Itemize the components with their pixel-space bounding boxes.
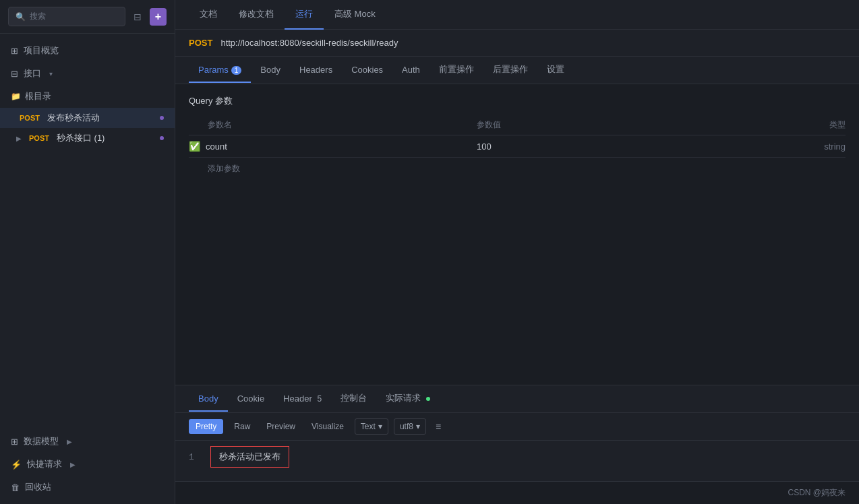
encoding-label: utf8	[400, 422, 413, 431]
chevron-right-icon: ▶	[70, 461, 76, 468]
response-text: 秒杀活动已发布	[210, 446, 289, 468]
method-badge-post: POST	[16, 113, 43, 123]
param-value[interactable]: 100	[477, 141, 765, 152]
footer-label: CSDN @妈夜来	[788, 487, 846, 499]
bottom-panel: Body Cookie Header 5 控制台 实际请求 Pretty Raw…	[175, 385, 859, 481]
col-name: 参数名	[189, 119, 477, 131]
params-badge: 1	[231, 66, 242, 75]
query-params-title: Query 参数	[189, 95, 846, 107]
method-badge-post: POST	[26, 133, 53, 143]
sidebar-bottom-nav: ⊞ 数据模型 ▶ ⚡ 快捷请求 ▶ 🗑 回收站	[0, 424, 175, 504]
param-type: string	[765, 141, 846, 152]
resp-tab-actual-request[interactable]: 实际请求	[376, 385, 440, 412]
resp-tab-console[interactable]: 控制台	[331, 385, 376, 412]
footer: CSDN @妈夜来	[175, 481, 859, 504]
response-line: 1 秒杀活动已发布	[189, 446, 846, 468]
data-model-icon: ⊞	[11, 437, 18, 447]
root-label: 根目录	[25, 90, 51, 102]
response-content: 1 秒杀活动已发布	[175, 441, 859, 481]
param-name-cell: ✅ count	[189, 141, 477, 152]
search-box[interactable]: 🔍 搜索	[8, 7, 125, 26]
sidebar-navigation: ⊞ 项目概览 ⊟ 接口 ▾ 📁 根目录 POST 发布秒杀活动 ▶ POST 秒…	[0, 34, 175, 154]
req-tab-post-op[interactable]: 后置操作	[483, 57, 537, 84]
col-type: 类型	[765, 119, 846, 131]
params-table: 参数名 参数值 类型 ✅ count 100 string 添加参数	[189, 115, 846, 180]
req-tab-pre-op[interactable]: 前置操作	[430, 57, 483, 84]
resp-tab-header[interactable]: Header 5	[274, 387, 331, 412]
sidebar-item-label: 项目概览	[24, 44, 59, 57]
format-label: Text	[361, 422, 376, 431]
url-bar: POST http://localhost:8080/seckill-redis…	[175, 30, 859, 57]
param-name[interactable]: count	[206, 141, 227, 152]
line-number: 1	[189, 452, 202, 462]
interface-icon: ⊟	[11, 69, 18, 79]
tab-docs[interactable]: 文档	[189, 0, 228, 30]
request-method: POST	[189, 38, 212, 48]
chevron-right-icon: ▶	[67, 438, 72, 445]
preview-button[interactable]: Preview	[261, 419, 301, 434]
wrap-button[interactable]: ≡	[432, 420, 445, 433]
active-dot	[160, 136, 164, 140]
request-url: http://localhost:8080/seckill-redis/seck…	[220, 38, 398, 48]
req-tab-auth[interactable]: Auth	[392, 58, 430, 83]
params-area: Query 参数 参数名 参数值 类型 ✅ count 100 string	[175, 84, 859, 191]
quick-request-icon: ⚡	[11, 460, 22, 470]
request-tabs: Params1 Body Headers Cookies Auth 前置操作 后…	[175, 57, 859, 84]
top-tabs: 文档 修改文档 运行 高级 Mock	[175, 0, 859, 30]
tree-item-seckill-interface[interactable]: ▶ POST 秒杀接口 (1)	[0, 128, 175, 148]
tree-item-label: 发布秒杀活动	[47, 112, 100, 124]
resp-tab-cookie[interactable]: Cookie	[228, 387, 274, 412]
sidebar-item-project-overview[interactable]: ⊞ 项目概览	[0, 39, 175, 62]
dot-indicator	[426, 397, 430, 401]
add-button[interactable]: +	[150, 8, 167, 26]
sidebar-item-label: 快捷请求	[27, 458, 62, 470]
check-icon: ✅	[189, 141, 200, 152]
resp-tab-body[interactable]: Body	[189, 387, 228, 412]
response-tabs: Body Cookie Header 5 控制台 实际请求	[175, 385, 859, 413]
sidebar: 🔍 搜索 ⊟ + ⊞ 项目概览 ⊟ 接口 ▾ 📁 根目录 POST 发布秒杀活动…	[0, 0, 175, 504]
chevron-down-icon: ▾	[49, 70, 53, 77]
tab-run[interactable]: 运行	[285, 0, 324, 30]
encoding-select[interactable]: utf8 ▾	[394, 418, 426, 435]
tab-modify-docs[interactable]: 修改文档	[228, 0, 285, 30]
content-wrapper: Query 参数 参数名 参数值 类型 ✅ count 100 string	[175, 84, 859, 481]
raw-button[interactable]: Raw	[229, 419, 256, 434]
recycle-icon: 🗑	[11, 482, 20, 493]
main-content: 文档 修改文档 运行 高级 Mock POST http://localhost…	[175, 0, 859, 504]
req-tab-headers[interactable]: Headers	[290, 58, 342, 83]
visualize-button[interactable]: Visualize	[306, 419, 349, 434]
pretty-button[interactable]: Pretty	[189, 419, 223, 434]
chevron-right-icon: ▶	[16, 135, 22, 142]
req-tab-cookies[interactable]: Cookies	[342, 58, 392, 83]
chevron-down-icon: ▾	[378, 422, 382, 431]
filter-button[interactable]: ⊟	[131, 9, 144, 25]
tab-advanced-mock[interactable]: 高级 Mock	[324, 0, 386, 30]
tree-item-publish-seckill[interactable]: POST 发布秒杀活动	[0, 108, 175, 128]
sidebar-item-label: 数据模型	[24, 435, 59, 447]
sidebar-item-interface[interactable]: ⊟ 接口 ▾	[0, 62, 175, 85]
sidebar-item-label: 回收站	[25, 481, 51, 493]
response-toolbar: Pretty Raw Preview Visualize Text ▾ utf8…	[175, 413, 859, 441]
format-select[interactable]: Text ▾	[355, 418, 388, 435]
root-folder[interactable]: 📁 根目录	[0, 85, 175, 108]
col-value: 参数值	[477, 119, 765, 131]
sidebar-item-quick-request[interactable]: ⚡ 快捷请求 ▶	[0, 453, 175, 476]
chevron-down-icon: ▾	[416, 422, 420, 431]
sidebar-search-bar: 🔍 搜索 ⊟ +	[0, 0, 175, 34]
tree-item-label: 秒杀接口 (1)	[57, 132, 105, 144]
sidebar-item-data-model[interactable]: ⊞ 数据模型 ▶	[0, 430, 175, 453]
req-tab-body[interactable]: Body	[251, 58, 290, 83]
params-header: 参数名 参数值 类型	[189, 115, 846, 135]
upper-content: Query 参数 参数名 参数值 类型 ✅ count 100 string	[175, 84, 859, 385]
active-dot	[160, 116, 164, 120]
header-badge: 5	[317, 394, 322, 404]
req-tab-settings[interactable]: 设置	[537, 57, 574, 84]
sidebar-item-recycle[interactable]: 🗑 回收站	[0, 476, 175, 499]
project-icon: ⊞	[11, 46, 18, 56]
search-placeholder: 搜索	[30, 11, 46, 22]
sidebar-item-label: 接口	[24, 67, 41, 80]
table-row: ✅ count 100 string	[189, 135, 846, 158]
folder-icon: 📁	[11, 92, 21, 101]
add-param-button[interactable]: 添加参数	[189, 158, 846, 180]
req-tab-params[interactable]: Params1	[189, 58, 251, 83]
